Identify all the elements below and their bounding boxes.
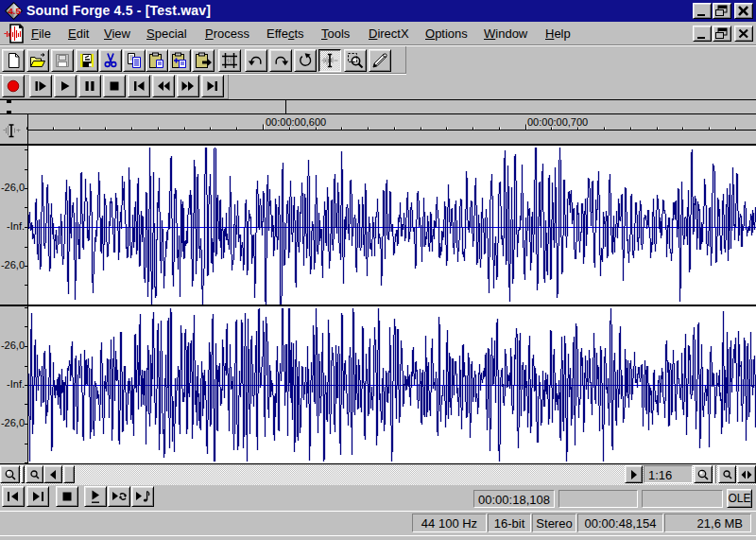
svg-text:00:00:00,600: 00:00:00,600 (266, 116, 326, 128)
svg-text:4.5: 4.5 (9, 6, 22, 16)
svg-text:-Inf.: -Inf. (7, 220, 25, 232)
svg-text:-26,0: -26,0 (1, 340, 25, 351)
svg-text:-26,0: -26,0 (1, 182, 25, 193)
svg-text:00:00:00,700: 00:00:00,700 (527, 116, 588, 128)
svg-text:-26,0: -26,0 (1, 417, 25, 428)
svg-text:-26,0: -26,0 (1, 259, 25, 270)
svg-text:-Inf.: -Inf. (7, 378, 25, 390)
